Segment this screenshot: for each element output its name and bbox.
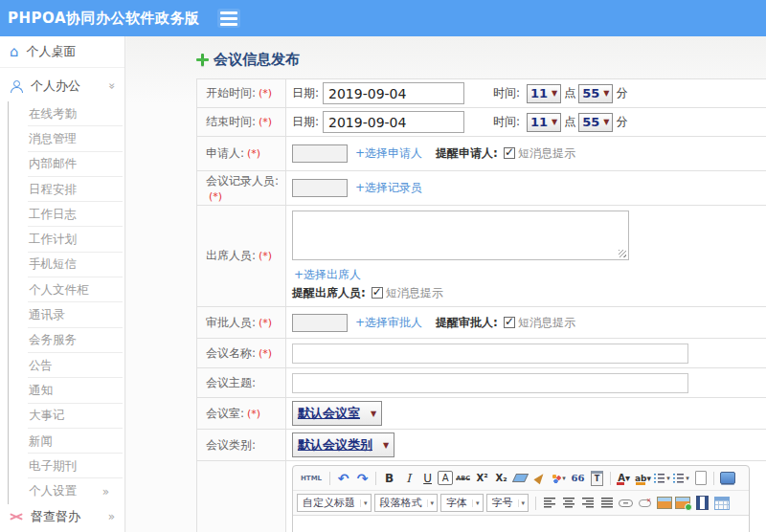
blockquote-icon[interactable]: 66 bbox=[569, 469, 587, 487]
editor-format-select[interactable]: 自定义标题▾ bbox=[297, 494, 372, 512]
media-icon[interactable] bbox=[693, 494, 711, 512]
superscript-icon[interactable]: X² bbox=[473, 469, 491, 487]
subscript-icon[interactable]: X₂ bbox=[492, 469, 510, 487]
end-date-input[interactable] bbox=[323, 111, 464, 133]
chevrons-right-icon: » bbox=[102, 485, 109, 499]
minute-unit: 分 bbox=[616, 86, 627, 100]
font-border-icon[interactable]: A bbox=[438, 471, 453, 485]
pick-applicant-link[interactable]: +选择申请人 bbox=[355, 146, 422, 160]
link-icon[interactable] bbox=[617, 494, 635, 512]
caret-down-icon: ▼ bbox=[603, 89, 609, 98]
sms-checkbox[interactable] bbox=[504, 147, 515, 159]
sidebar-subitem[interactable]: 日程安排 bbox=[9, 177, 124, 202]
minute-unit: 分 bbox=[616, 115, 627, 128]
sidebar-subitem[interactable]: 会务服务 bbox=[9, 328, 124, 353]
undo-icon[interactable]: ↶ bbox=[334, 469, 352, 487]
start-minute-select[interactable]: 55▼ bbox=[578, 84, 613, 103]
hamburger-icon[interactable] bbox=[217, 9, 240, 28]
form-row-recorder: 会议记录人员:(*) +选择记录员 bbox=[197, 171, 766, 206]
align-right-icon[interactable] bbox=[578, 494, 597, 512]
sidebar-subitem[interactable]: 工作日志 bbox=[9, 202, 124, 227]
sidebar-item-personal-office[interactable]: 个人办公 » bbox=[0, 70, 124, 101]
format-painter-icon[interactable]: ▾ bbox=[550, 469, 568, 487]
sidebar-subitem[interactable]: 手机短信 bbox=[9, 253, 124, 277]
new-page-icon[interactable] bbox=[691, 469, 710, 487]
html-source-button[interactable]: HTML bbox=[297, 469, 326, 487]
sidebar-subitem[interactable]: 在线考勤 bbox=[9, 101, 124, 126]
sms-checkbox[interactable] bbox=[504, 317, 515, 328]
page-title: 会议信息发布 bbox=[196, 51, 766, 69]
remind-approver-label: 提醒审批人: bbox=[436, 316, 498, 329]
image-icon[interactable] bbox=[655, 494, 673, 512]
meeting-category-select[interactable]: 默认会议类别▼ bbox=[292, 432, 394, 457]
font-color-icon[interactable]: A▾ bbox=[615, 469, 633, 487]
separator[interactable] bbox=[532, 494, 539, 512]
sidebar-item-personal-settings[interactable]: 个人设置 » bbox=[8, 478, 124, 503]
justify-icon[interactable] bbox=[597, 494, 616, 512]
app-title: PHPOA协同办公软件政务版 bbox=[8, 10, 200, 28]
sidebar-subitem[interactable]: 通讯录 bbox=[9, 302, 124, 327]
highlight-color-icon[interactable]: ab▾ bbox=[634, 469, 652, 487]
pick-recorder-link[interactable]: +选择记录员 bbox=[355, 181, 422, 194]
sidebar-subitem[interactable]: 个人文件柜 bbox=[9, 277, 124, 302]
caret-down-icon: ▼ bbox=[603, 118, 609, 126]
sidebar-item-label: 个人办公 bbox=[31, 78, 80, 95]
sidebar-subitem[interactable]: 工作计划 bbox=[9, 227, 124, 252]
align-center-icon[interactable] bbox=[559, 494, 577, 512]
caret-down-icon: ▼ bbox=[552, 118, 557, 126]
pick-approver-link[interactable]: +选择审批人 bbox=[355, 316, 422, 329]
separator[interactable] bbox=[327, 469, 333, 487]
unordered-list-icon[interactable]: ▾ bbox=[672, 469, 690, 487]
editor-format-select[interactable]: 字号▾ bbox=[486, 494, 529, 512]
editor-content[interactable] bbox=[293, 515, 749, 532]
start-date-input[interactable] bbox=[323, 82, 464, 104]
italic-icon[interactable]: I bbox=[399, 469, 417, 487]
bold-icon[interactable]: B bbox=[380, 469, 398, 487]
chevrons-right-icon: » bbox=[108, 510, 115, 523]
strikethrough-icon[interactable]: ABC bbox=[454, 469, 472, 487]
separator[interactable] bbox=[607, 469, 614, 487]
separator[interactable] bbox=[372, 469, 379, 487]
unlink-icon[interactable] bbox=[636, 494, 654, 512]
sidebar-subitem[interactable]: 公告 bbox=[9, 353, 124, 378]
sidebar-subitem[interactable]: 通知 bbox=[9, 378, 124, 403]
table-icon[interactable] bbox=[712, 494, 731, 512]
end-minute-select[interactable]: 55▼ bbox=[578, 113, 613, 132]
recorder-input[interactable] bbox=[292, 179, 348, 197]
sidebar-item-desktop[interactable]: ⌂ 个人桌面 bbox=[0, 36, 124, 68]
meeting-subject-input[interactable] bbox=[292, 373, 688, 393]
pick-attendees-link[interactable]: +选择出席人 bbox=[294, 268, 361, 281]
meeting-name-input[interactable] bbox=[292, 344, 688, 364]
sidebar-subitem[interactable]: 新闻 bbox=[9, 429, 124, 454]
clear-format-icon[interactable] bbox=[530, 469, 549, 487]
approver-input[interactable] bbox=[292, 314, 348, 332]
start-hour-select[interactable]: 11▼ bbox=[527, 84, 561, 103]
editor-format-select[interactable]: 字体▾ bbox=[440, 494, 484, 512]
paste-icon[interactable] bbox=[588, 469, 606, 487]
eraser-icon[interactable] bbox=[511, 469, 529, 487]
separator[interactable] bbox=[710, 469, 717, 487]
align-left-icon[interactable] bbox=[540, 494, 558, 512]
caret-down-icon: ▾ bbox=[360, 499, 368, 507]
sidebar-item-supervision[interactable]: 督查督办 » bbox=[0, 504, 124, 529]
insert-image-icon[interactable] bbox=[674, 494, 692, 512]
sidebar-subitem[interactable]: 大事记 bbox=[9, 404, 124, 429]
shuffle-icon bbox=[10, 511, 23, 522]
underline-icon[interactable]: U bbox=[418, 469, 437, 487]
applicant-input[interactable] bbox=[292, 144, 348, 163]
end-hour-select[interactable]: 11▼ bbox=[527, 113, 561, 132]
form-row-meeting-name: 会议名称:(*) bbox=[197, 339, 766, 368]
redo-icon[interactable]: ↷ bbox=[353, 469, 372, 487]
sidebar-subitem[interactable]: 内部邮件 bbox=[9, 152, 124, 177]
meeting-room-select[interactable]: 默认会议室▼ bbox=[292, 401, 382, 426]
home-icon: ⌂ bbox=[10, 45, 19, 59]
attendees-textarea[interactable] bbox=[292, 211, 629, 260]
sidebar-subitem[interactable]: 电子期刊 bbox=[9, 454, 124, 478]
form-row-end-time: 结束时间:(*) 日期: 时间:11▼点55▼分 bbox=[197, 108, 766, 137]
sms-checkbox[interactable] bbox=[372, 287, 383, 299]
sidebar-subitem[interactable]: 消息管理 bbox=[9, 126, 124, 151]
caret-down-icon: ▾ bbox=[518, 499, 526, 507]
ordered-list-icon[interactable]: ▾ bbox=[653, 469, 671, 487]
editor-format-select[interactable]: 段落格式▾ bbox=[374, 494, 439, 512]
fullscreen-icon[interactable] bbox=[718, 469, 736, 487]
